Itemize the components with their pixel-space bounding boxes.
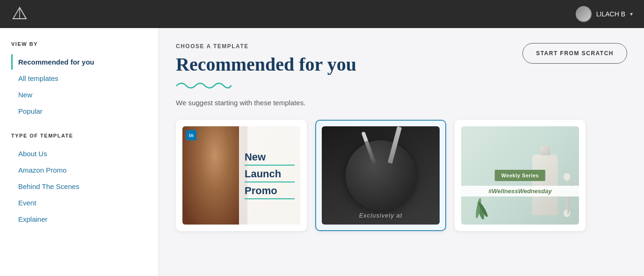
- sidebar-item-about-us[interactable]: About Us: [11, 146, 147, 161]
- page-title: Recommended for you: [176, 53, 522, 75]
- templates-grid: in New Launch Promo: [176, 120, 627, 231]
- linkedin-badge: in: [186, 130, 196, 140]
- subtitle-text: We suggest starting with these templates…: [176, 99, 522, 107]
- sidebar-item-recommended[interactable]: Recommended for you: [11, 54, 147, 70]
- card1-line2: Launch: [245, 168, 295, 182]
- sidebar-item-behind-the-scenes[interactable]: Behind The Scenes: [11, 179, 147, 194]
- svg-line-3: [13, 7, 20, 19]
- avatar: [576, 6, 592, 22]
- chevron-down-icon: ▾: [630, 11, 633, 17]
- sidebar-item-popular[interactable]: Popular: [11, 103, 147, 119]
- choose-template-label: CHOOSE A TEMPLATE: [176, 43, 522, 50]
- squiggle-decoration: [176, 80, 232, 88]
- user-name: LILACH B: [596, 10, 625, 18]
- template-card-1[interactable]: in New Launch Promo: [176, 120, 307, 231]
- app-body: VIEW BY Recommended for you All template…: [0, 28, 644, 276]
- sidebar-item-amazon-promo[interactable]: Amazon Promo: [11, 162, 147, 178]
- sidebar-item-all-templates[interactable]: All templates: [11, 71, 147, 86]
- card3-weekly-series-badge: Weekly Series: [495, 170, 545, 181]
- sidebar-item-event[interactable]: Event: [11, 195, 147, 211]
- user-menu[interactable]: LILACH B ▾: [576, 6, 633, 22]
- card3-hashtag-text: #WellnessWednesday: [461, 186, 579, 196]
- card1-person-area: [182, 126, 247, 225]
- sidebar-item-new[interactable]: New: [11, 87, 147, 102]
- card2-overlay-text: Exclusively at: [322, 212, 440, 219]
- card2-brush: [361, 131, 376, 164]
- card1-line3: Promo: [245, 185, 295, 199]
- card1-text-area: New Launch Promo: [239, 126, 300, 225]
- card2-razor: [388, 126, 402, 164]
- start-scratch-container: START FROM SCRATCH: [522, 43, 627, 64]
- logo: [11, 6, 28, 22]
- card2-bowl: [346, 140, 416, 211]
- template-card-2[interactable]: Exclusively at: [315, 120, 446, 231]
- start-scratch-button[interactable]: START FROM SCRATCH: [522, 43, 627, 64]
- main-content: CHOOSE A TEMPLATE Recommended for you We…: [159, 28, 644, 276]
- card1-line1: New: [245, 152, 295, 166]
- sidebar: VIEW BY Recommended for you All template…: [0, 28, 159, 276]
- view-by-label: VIEW BY: [11, 41, 147, 47]
- main-header-row: CHOOSE A TEMPLATE Recommended for you We…: [176, 43, 627, 120]
- template-card-1-image: in New Launch Promo: [182, 126, 300, 225]
- app-header: LILACH B ▾: [0, 0, 644, 28]
- sidebar-item-explainer[interactable]: Explainer: [11, 211, 147, 227]
- template-card-3-image: Weekly Series #WellnessWednesday: [461, 126, 579, 225]
- card3-bottle: [532, 154, 558, 215]
- svg-point-8: [564, 173, 570, 181]
- template-card-2-image: Exclusively at: [322, 126, 440, 225]
- main-header-left: CHOOSE A TEMPLATE Recommended for you We…: [176, 43, 522, 120]
- type-of-template-label: TYPE OF TEMPLATE: [11, 133, 147, 138]
- template-card-3[interactable]: Weekly Series #WellnessWednesday: [455, 120, 586, 231]
